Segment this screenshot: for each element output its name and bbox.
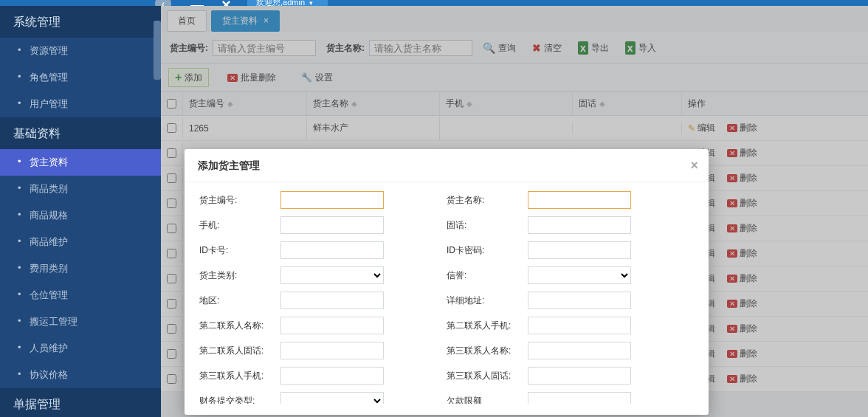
row-checkbox[interactable]: [167, 249, 176, 258]
field-c2name[interactable]: [280, 317, 384, 334]
field-c3name[interactable]: [528, 342, 631, 359]
row-checkbox[interactable]: [167, 324, 176, 334]
field-name[interactable]: [528, 191, 631, 209]
delete-button[interactable]: ✕删除: [727, 247, 757, 260]
sidebar: 系统管理资源管理角色管理用户管理基础资料货主资料商品类别商品规格商品维护费用类别…: [0, 6, 161, 417]
delete-button[interactable]: ✕删除: [727, 222, 757, 235]
row-checkbox[interactable]: [167, 224, 176, 233]
col-code[interactable]: 货主编号◆: [183, 92, 307, 115]
sidebar-item[interactable]: 商品类别: [0, 176, 161, 202]
code-label: 货主编号:: [170, 42, 208, 55]
field-addr[interactable]: [528, 292, 631, 309]
delete-icon: ✕: [727, 224, 737, 232]
field-region[interactable]: [280, 292, 384, 309]
delete-button[interactable]: ✕删除: [727, 197, 757, 210]
delete-icon: ✕: [727, 275, 737, 283]
field-c2tel[interactable]: [280, 342, 384, 359]
row-checkbox[interactable]: [167, 299, 176, 309]
toolbar: +添加 ✕批量删除 🔧设置: [161, 63, 868, 92]
import-button[interactable]: x导入: [619, 39, 662, 57]
code-input[interactable]: [213, 40, 316, 56]
sidebar-item[interactable]: 用户管理: [0, 91, 161, 117]
form-label: 财务提交类型:: [199, 395, 280, 404]
cell-tel: [573, 123, 682, 134]
row-checkbox[interactable]: [167, 349, 176, 359]
field-fintype[interactable]: [280, 392, 384, 404]
sidebar-item[interactable]: 商品规格: [0, 202, 161, 229]
tab-home[interactable]: 首页: [167, 10, 207, 32]
form-label: 欠款限额: [447, 395, 528, 404]
field-c3tel[interactable]: [528, 367, 631, 385]
sort-icon: ◆: [599, 100, 605, 108]
add-owner-modal: 添加货主管理 × 货主编号:货主名称:手机:固话:ID卡号:ID卡密码:货主类别…: [185, 149, 709, 415]
field-debtlimit[interactable]: [528, 392, 631, 404]
form-label: ID卡密码:: [447, 244, 528, 257]
field-type[interactable]: [280, 266, 384, 284]
modal-close-icon[interactable]: ×: [690, 158, 698, 173]
sidebar-group-title[interactable]: 单据管理: [0, 388, 161, 417]
sidebar-item[interactable]: 费用类别: [0, 255, 161, 282]
col-phone[interactable]: 手机◆: [440, 92, 573, 115]
name-input[interactable]: [369, 40, 472, 56]
form-label: 详细地址:: [447, 294, 528, 307]
delete-icon: ✕: [727, 174, 737, 182]
form-label: 第三联系人固话:: [447, 370, 528, 382]
sidebar-group-title[interactable]: 基础资料: [0, 117, 161, 149]
sidebar-item[interactable]: 资源管理: [0, 38, 161, 64]
delete-button[interactable]: ✕删除: [727, 373, 757, 385]
row-checkbox[interactable]: [167, 173, 176, 183]
col-name[interactable]: 货主名称◆: [307, 92, 440, 115]
field-idpwd[interactable]: [528, 241, 631, 259]
field-credit[interactable]: [528, 266, 631, 284]
settings-button[interactable]: 🔧设置: [294, 69, 340, 87]
form-label: 货主类别:: [199, 269, 280, 282]
row-checkbox[interactable]: [167, 199, 176, 208]
form-label: 固话:: [447, 219, 528, 232]
edit-button[interactable]: ✎编辑: [688, 122, 715, 134]
delete-icon: ✕: [727, 149, 737, 157]
plus-icon: +: [175, 71, 182, 84]
field-tel[interactable]: [528, 216, 631, 234]
sidebar-item[interactable]: 货主资料: [0, 149, 161, 176]
sidebar-item[interactable]: 人员维护: [0, 335, 161, 362]
form-label: 第二联系人固话:: [199, 345, 280, 357]
delete-button[interactable]: ✕删除: [727, 172, 757, 185]
sidebar-item[interactable]: 搬运工管理: [0, 309, 161, 335]
row-checkbox[interactable]: [167, 123, 176, 133]
select-all-checkbox[interactable]: [167, 99, 176, 108]
delete-button[interactable]: ✕删除: [727, 297, 757, 310]
sort-icon: ◆: [466, 100, 472, 108]
delete-button[interactable]: ✕删除: [727, 272, 757, 285]
field-c2phone[interactable]: [528, 317, 631, 334]
search-button[interactable]: 🔍查询: [477, 40, 522, 57]
field-phone[interactable]: [280, 216, 384, 234]
delete-button[interactable]: ✕删除: [727, 348, 757, 360]
add-button[interactable]: +添加: [168, 68, 209, 87]
sidebar-group-title[interactable]: 系统管理: [0, 6, 161, 38]
col-tel[interactable]: 固话◆: [573, 92, 682, 115]
delete-button[interactable]: ✕删除: [727, 122, 757, 134]
row-checkbox[interactable]: [167, 374, 176, 384]
export-button[interactable]: x导出: [572, 39, 615, 57]
sidebar-item[interactable]: 角色管理: [0, 64, 161, 91]
clear-button[interactable]: ✖清空: [526, 40, 568, 57]
cell-name: 鲜丰水产: [307, 117, 440, 139]
sidebar-item[interactable]: 仓位管理: [0, 282, 161, 309]
tab-owner-data[interactable]: 货主资料×: [211, 10, 280, 32]
clear-icon: ✖: [532, 42, 541, 54]
form-label: 信誉:: [447, 269, 528, 282]
cell-phone: [440, 123, 573, 134]
sidebar-item[interactable]: 商品维护: [0, 229, 161, 255]
search-icon: 🔍: [483, 42, 495, 54]
batch-delete-button[interactable]: ✕批量删除: [221, 69, 283, 87]
row-checkbox[interactable]: [167, 148, 176, 158]
field-code[interactable]: [280, 191, 384, 209]
field-idcard[interactable]: [280, 241, 384, 259]
sidebar-item[interactable]: 协议价格: [0, 362, 161, 388]
row-checkbox[interactable]: [167, 274, 176, 283]
delete-button[interactable]: ✕删除: [727, 147, 757, 159]
excel-icon: x: [625, 41, 636, 55]
delete-button[interactable]: ✕删除: [727, 323, 757, 335]
tab-close-icon[interactable]: ×: [264, 15, 269, 26]
field-c3phone[interactable]: [280, 367, 384, 385]
